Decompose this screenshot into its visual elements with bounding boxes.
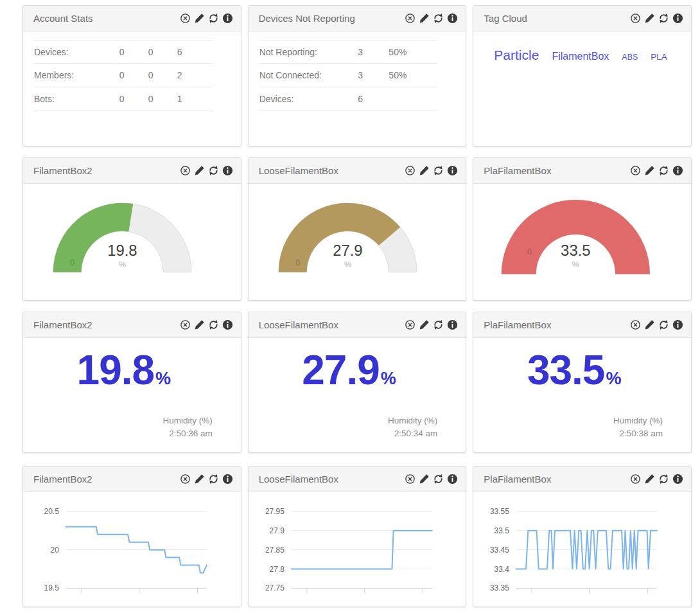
- remove-widget-icon[interactable]: [405, 165, 416, 176]
- metric-meta: Humidity (%) 2:50:38 am: [613, 414, 663, 440]
- widget-body: Devices: 0 0 6 Members: 0 0 2 Bots: 0: [23, 31, 241, 146]
- refresh-widget-icon[interactable]: [433, 474, 444, 484]
- widget-actions: [630, 13, 683, 24]
- info-widget-icon[interactable]: [672, 474, 683, 484]
- widget-title: FilamentBox2: [33, 165, 180, 176]
- widget-header: FilamentBox2: [23, 312, 241, 338]
- edit-widget-icon[interactable]: [194, 165, 205, 176]
- refresh-widget-icon[interactable]: [208, 474, 219, 484]
- edit-widget-icon[interactable]: [644, 474, 655, 484]
- tag-item[interactable]: PLA: [651, 52, 667, 62]
- metric-display: 27.9%: [249, 338, 466, 393]
- info-widget-icon[interactable]: [447, 165, 458, 176]
- stats-table: Not Reporting: 3 50% Not Connected: 3 50…: [259, 40, 438, 111]
- metric-display: 19.8%: [23, 338, 241, 393]
- remove-widget-icon[interactable]: [405, 474, 416, 484]
- svg-text:%: %: [344, 260, 351, 269]
- tag-item[interactable]: Particle: [494, 48, 539, 63]
- widget-actions: [405, 165, 458, 176]
- table-row: Bots: 0 0 1: [34, 87, 213, 111]
- refresh-widget-icon[interactable]: [433, 165, 444, 176]
- refresh-widget-icon[interactable]: [208, 13, 219, 24]
- remove-widget-icon[interactable]: [630, 474, 641, 484]
- widget-header: Devices Not Reporting: [249, 6, 466, 31]
- row-value: 0: [119, 70, 148, 80]
- edit-widget-icon[interactable]: [644, 319, 655, 330]
- info-widget-icon[interactable]: [222, 165, 233, 176]
- edit-widget-icon[interactable]: [194, 319, 205, 330]
- info-widget-icon[interactable]: [672, 13, 683, 24]
- edit-widget-icon[interactable]: [644, 165, 655, 176]
- row-value: 3: [358, 70, 389, 80]
- widget-body: 19.8%0: [23, 184, 241, 300]
- widget-chart-loosefilamentbox: LooseFilamentBox 27.7527.827.8527.927.95: [248, 466, 467, 607]
- edit-widget-icon[interactable]: [194, 474, 205, 484]
- metric-display: 33.5%: [473, 338, 691, 393]
- edit-widget-icon[interactable]: [194, 13, 205, 24]
- info-widget-icon[interactable]: [672, 319, 683, 330]
- info-widget-icon[interactable]: [447, 474, 458, 484]
- row-value: 2: [177, 70, 213, 80]
- remove-widget-icon[interactable]: [180, 319, 191, 330]
- remove-widget-icon[interactable]: [630, 13, 641, 24]
- refresh-widget-icon[interactable]: [658, 165, 669, 176]
- info-widget-icon[interactable]: [447, 319, 458, 330]
- remove-widget-icon[interactable]: [630, 319, 641, 330]
- remove-widget-icon[interactable]: [180, 474, 191, 484]
- gauge-chart: 33.5%0: [473, 184, 691, 300]
- widget-title: Account Stats: [33, 13, 180, 24]
- info-widget-icon[interactable]: [222, 319, 233, 330]
- row-label: Devices:: [34, 47, 119, 57]
- refresh-widget-icon[interactable]: [658, 319, 669, 330]
- info-widget-icon[interactable]: [222, 474, 233, 484]
- widget-actions: [630, 319, 683, 330]
- refresh-widget-icon[interactable]: [208, 319, 219, 330]
- remove-widget-icon[interactable]: [630, 165, 641, 176]
- refresh-widget-icon[interactable]: [433, 319, 444, 330]
- svg-text:33.45: 33.45: [490, 546, 509, 555]
- refresh-widget-icon[interactable]: [433, 13, 444, 24]
- table-row: Devices: 6: [259, 87, 438, 111]
- refresh-widget-icon[interactable]: [208, 165, 219, 176]
- refresh-widget-icon[interactable]: [658, 13, 669, 24]
- edit-widget-icon[interactable]: [419, 13, 430, 24]
- svg-text:20: 20: [51, 546, 60, 555]
- widget-actions: [180, 474, 233, 484]
- remove-widget-icon[interactable]: [405, 13, 416, 24]
- widget-body: 33.5%0: [473, 184, 691, 300]
- remove-widget-icon[interactable]: [180, 165, 191, 176]
- widget-actions: [630, 165, 683, 176]
- widget-devices-not-reporting: Devices Not Reporting Not Reporting: 3 5…: [248, 5, 467, 147]
- tag-item[interactable]: FilamentBox: [552, 51, 609, 62]
- row-value: 0: [119, 47, 148, 57]
- svg-text:%: %: [572, 260, 580, 269]
- widget-header: LooseFilamentBox: [249, 158, 466, 184]
- svg-text:0: 0: [70, 258, 74, 267]
- metric-meta: Humidity (%) 2:50:36 am: [162, 414, 212, 440]
- widget-header: Account Stats: [23, 6, 241, 31]
- info-widget-icon[interactable]: [447, 13, 458, 24]
- edit-widget-icon[interactable]: [419, 474, 430, 484]
- widget-body: 33.5% Humidity (%) 2:50:38 am: [473, 338, 691, 452]
- widget-gauge-plafilamentbox: PlaFilamentBox 33.5%0: [473, 157, 692, 301]
- tag-item[interactable]: ABS: [622, 53, 638, 62]
- edit-widget-icon[interactable]: [419, 165, 430, 176]
- edit-widget-icon[interactable]: [419, 319, 430, 330]
- table-row: Not Connected: 3 50%: [259, 64, 438, 87]
- line-chart: 19.52020.5: [23, 492, 241, 607]
- remove-widget-icon[interactable]: [405, 319, 416, 330]
- edit-widget-icon[interactable]: [644, 13, 655, 24]
- row-value: 6: [177, 47, 213, 57]
- svg-text:33.5: 33.5: [494, 526, 510, 535]
- info-widget-icon[interactable]: [222, 13, 233, 24]
- remove-widget-icon[interactable]: [180, 13, 191, 24]
- widget-actions: [630, 474, 683, 484]
- widget-body: 27.9% Humidity (%) 2:50:34 am: [249, 338, 466, 452]
- widget-header: FilamentBox2: [23, 466, 241, 492]
- metric-label: Humidity (%): [162, 414, 212, 427]
- row-label: Not Reporting:: [259, 47, 358, 57]
- metric-unit: %: [381, 369, 396, 388]
- svg-text:19.8: 19.8: [107, 242, 137, 259]
- refresh-widget-icon[interactable]: [658, 474, 669, 484]
- info-widget-icon[interactable]: [672, 165, 683, 176]
